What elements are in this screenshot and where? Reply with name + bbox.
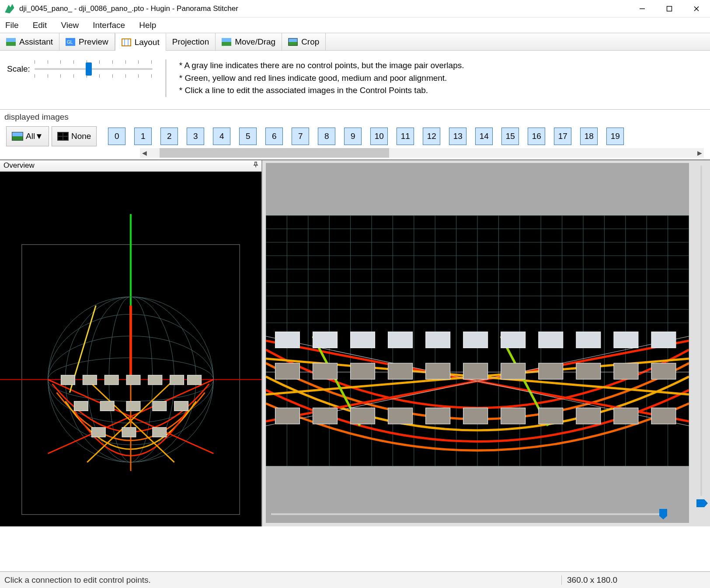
overview-sphere-icon (0, 172, 261, 526)
close-button[interactable] (683, 0, 710, 17)
svg-rect-30 (83, 375, 97, 384)
scroll-left-icon[interactable]: ◀ (140, 149, 149, 156)
image-toggle-13[interactable]: 13 (449, 128, 466, 145)
image-toggle-0[interactable]: 0 (108, 128, 125, 145)
svg-rect-32 (126, 375, 140, 384)
svg-rect-88 (426, 332, 450, 348)
image-toggle-16[interactable]: 16 (528, 128, 545, 145)
image-toggle-19[interactable]: 19 (606, 128, 624, 145)
svg-rect-93 (614, 332, 638, 348)
svg-rect-89 (463, 332, 488, 348)
menubar: File Edit View Interface Help (0, 17, 710, 33)
svg-text:GL: GL (67, 40, 73, 45)
menu-interface[interactable]: Interface (91, 19, 127, 32)
image-toggle-12[interactable]: 12 (423, 128, 440, 145)
svg-rect-12 (222, 42, 231, 46)
svg-rect-38 (126, 401, 140, 411)
preview-viewport[interactable] (266, 163, 689, 523)
scale-label: Scale: (7, 64, 30, 74)
svg-rect-94 (651, 332, 676, 348)
svg-rect-97 (351, 363, 375, 379)
select-none-button[interactable]: None (52, 126, 97, 146)
image-toggle-14[interactable]: 14 (475, 128, 493, 145)
svg-rect-115 (614, 408, 638, 424)
none-label: None (71, 131, 91, 141)
svg-rect-98 (388, 363, 413, 379)
overview-header: Overview (0, 160, 261, 172)
image-toggle-18[interactable]: 18 (580, 128, 598, 145)
scroll-right-icon[interactable]: ▶ (695, 149, 704, 156)
tab-assistant[interactable]: Assistant (0, 33, 59, 50)
preview-icon: GL (66, 38, 75, 46)
image-toggle-17[interactable]: 17 (554, 128, 571, 145)
tab-move-drag[interactable]: Move/Drag (216, 33, 282, 50)
image-toggle-9[interactable]: 9 (344, 128, 362, 145)
image-toggle-5[interactable]: 5 (239, 128, 257, 145)
tab-label: Projection (172, 37, 209, 47)
move-icon (222, 38, 231, 46)
menu-help[interactable]: Help (137, 19, 158, 32)
svg-rect-106 (275, 408, 300, 424)
pin-icon[interactable] (253, 161, 259, 170)
image-toggle-2[interactable]: 2 (160, 128, 178, 145)
tab-layout[interactable]: Layout (115, 33, 166, 51)
layout-controls: Scale: * A gray line indicates there are… (0, 51, 710, 110)
vfov-slider-thumb[interactable] (696, 499, 706, 507)
displayed-images-label: displayed images (0, 110, 710, 125)
svg-rect-100 (463, 363, 488, 379)
minimize-button[interactable] (629, 0, 656, 17)
image-selector-toolbar: All▼ None 012345678910111213141516171819 (0, 125, 710, 146)
image-toggle-11[interactable]: 11 (397, 128, 414, 145)
panorama-canvas (266, 215, 689, 466)
image-toggle-8[interactable]: 8 (318, 128, 335, 145)
svg-rect-107 (313, 408, 338, 424)
tab-label: Layout (135, 38, 160, 47)
status-right: 360.0 x 180.0 (561, 575, 710, 585)
titlebar: dji_0045_pano_ - dji_0086_pano_.pto - Hu… (0, 0, 710, 17)
svg-rect-111 (463, 408, 488, 424)
image-toggle-10[interactable]: 10 (370, 128, 388, 145)
tab-label: Preview (79, 37, 108, 47)
image-toggle-7[interactable]: 7 (292, 128, 309, 145)
all-icon (12, 132, 23, 141)
tab-label: Crop (301, 37, 319, 47)
help-text: * A gray line indicates there are no con… (179, 59, 464, 97)
menu-file[interactable]: File (3, 19, 21, 32)
svg-rect-113 (539, 408, 563, 424)
svg-rect-33 (148, 375, 162, 384)
image-toggle-1[interactable]: 1 (134, 128, 152, 145)
select-all-button[interactable]: All▼ (6, 126, 49, 146)
svg-rect-104 (614, 363, 638, 379)
image-toggle-4[interactable]: 4 (213, 128, 230, 145)
image-toggle-15[interactable]: 15 (501, 128, 519, 145)
content-area: Overview (0, 159, 710, 526)
svg-rect-5 (6, 42, 16, 46)
hfov-slider-thumb[interactable] (659, 509, 667, 519)
scale-slider-thumb[interactable] (86, 62, 92, 76)
hfov-slider[interactable] (271, 508, 667, 520)
scroll-thumb[interactable] (160, 148, 389, 158)
image-toggle-3[interactable]: 3 (187, 128, 204, 145)
tab-crop[interactable]: Crop (282, 33, 326, 50)
svg-rect-85 (313, 332, 338, 348)
svg-rect-8 (122, 39, 131, 46)
svg-rect-11 (222, 38, 231, 42)
status-left: Click a connection to edit control point… (0, 575, 561, 585)
menu-edit[interactable]: Edit (31, 19, 49, 32)
image-toggle-6[interactable]: 6 (265, 128, 283, 145)
all-label: All▼ (26, 131, 43, 141)
layout-icon (122, 38, 131, 46)
menu-view[interactable]: View (59, 19, 80, 32)
svg-rect-34 (170, 375, 184, 384)
tab-projection[interactable]: Projection (166, 33, 216, 50)
svg-rect-35 (188, 375, 202, 384)
overview-viewport[interactable] (0, 172, 261, 526)
svg-rect-110 (426, 408, 450, 424)
tab-preview[interactable]: GL Preview (59, 33, 115, 50)
scale-slider[interactable] (35, 59, 153, 79)
vfov-slider[interactable] (693, 160, 710, 526)
image-row-scrollbar[interactable]: ◀ ▶ (140, 148, 704, 158)
preview-panel (262, 160, 710, 526)
maximize-button[interactable] (656, 0, 683, 17)
svg-rect-95 (275, 363, 300, 379)
